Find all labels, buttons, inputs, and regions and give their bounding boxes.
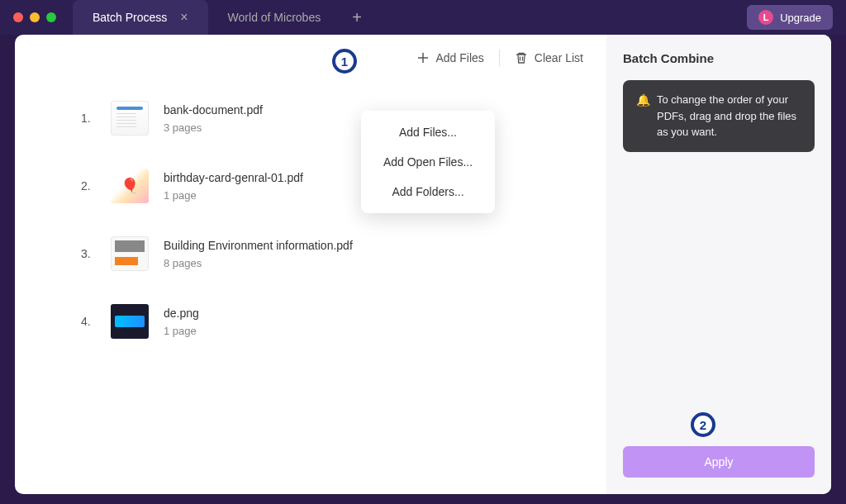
bell-icon: 🔔 xyxy=(636,92,650,109)
add-files-label: Add Files xyxy=(436,51,484,64)
content-area: Add Files Clear List 1. bank-document.pd… xyxy=(15,35,606,494)
trash-icon xyxy=(515,51,528,64)
add-files-button[interactable]: Add Files xyxy=(416,51,484,64)
tab-label: Batch Process xyxy=(93,11,167,24)
file-thumbnail xyxy=(111,236,149,271)
file-info: de.png 1 page xyxy=(164,307,199,337)
file-pages: 1 page xyxy=(164,325,199,337)
file-item[interactable]: 3. Building Environment information.pdf … xyxy=(40,220,582,288)
file-index: 1. xyxy=(81,112,96,125)
file-thumbnail xyxy=(111,101,149,136)
file-item[interactable]: 1. bank-document.pdf 3 pages xyxy=(40,84,582,152)
file-index: 4. xyxy=(81,315,96,328)
tab-label: World of Microbes xyxy=(228,11,321,24)
annotation-badge-2: 2 xyxy=(691,412,715,437)
file-pages: 1 page xyxy=(164,189,303,202)
tab-batch-process[interactable]: Batch Process × xyxy=(73,0,208,35)
upgrade-label: Upgrade xyxy=(780,12,821,24)
dropdown-add-files[interactable]: Add Files... xyxy=(361,117,495,147)
file-name: de.png xyxy=(164,307,199,320)
annotation-badge-1: 1 xyxy=(332,49,357,74)
apply-button[interactable]: Apply xyxy=(623,446,815,478)
file-info: bank-document.pdf 3 pages xyxy=(164,103,263,134)
maximize-window-button[interactable] xyxy=(46,12,56,22)
file-index: 2. xyxy=(81,179,96,193)
sidebar: Batch Combine 🔔 To change the order of y… xyxy=(606,35,831,494)
file-pages: 8 pages xyxy=(164,257,353,269)
clear-list-label: Clear List xyxy=(535,51,583,64)
toolbar: Add Files Clear List xyxy=(15,35,606,76)
plus-icon xyxy=(416,51,430,64)
add-tab-button[interactable]: + xyxy=(340,0,373,35)
file-name: bank-document.pdf xyxy=(164,103,263,116)
file-info: Building Environment information.pdf 8 p… xyxy=(164,239,353,269)
sidebar-title: Batch Combine xyxy=(623,51,815,65)
file-item[interactable]: 2. birthday-card-genral-01.pdf 1 page xyxy=(40,152,582,220)
dropdown-add-folders[interactable]: Add Folders... xyxy=(361,177,495,207)
tab-world-of-microbes[interactable]: World of Microbes xyxy=(208,0,341,35)
file-index: 3. xyxy=(81,247,96,260)
user-avatar: L xyxy=(758,10,773,25)
title-bar: Batch Process × World of Microbes + L Up… xyxy=(0,0,846,35)
tip-box: 🔔 To change the order of your PDFs, drag… xyxy=(623,80,815,152)
file-info: birthday-card-genral-01.pdf 1 page xyxy=(164,171,303,202)
dropdown-add-open-files[interactable]: Add Open Files... xyxy=(361,147,495,177)
file-list: 1. bank-document.pdf 3 pages 2. birthday… xyxy=(15,76,606,364)
upgrade-button[interactable]: L Upgrade xyxy=(747,5,833,30)
add-files-dropdown: Add Files... Add Open Files... Add Folde… xyxy=(361,111,495,213)
close-tab-icon[interactable]: × xyxy=(180,10,188,25)
tab-strip: Batch Process × World of Microbes + xyxy=(73,0,747,35)
sidebar-spacer xyxy=(623,152,815,447)
clear-list-button[interactable]: Clear List xyxy=(515,51,583,64)
tip-text: To change the order of your PDFs, drag a… xyxy=(657,92,801,140)
window-controls xyxy=(13,12,56,22)
close-window-button[interactable] xyxy=(13,12,23,22)
file-pages: 3 pages xyxy=(164,121,263,134)
file-item[interactable]: 4. de.png 1 page xyxy=(40,288,582,355)
file-name: birthday-card-genral-01.pdf xyxy=(164,171,303,184)
toolbar-divider xyxy=(499,50,500,66)
file-thumbnail xyxy=(111,304,149,339)
minimize-window-button[interactable] xyxy=(30,12,40,22)
file-name: Building Environment information.pdf xyxy=(164,239,353,252)
file-thumbnail xyxy=(111,169,149,203)
